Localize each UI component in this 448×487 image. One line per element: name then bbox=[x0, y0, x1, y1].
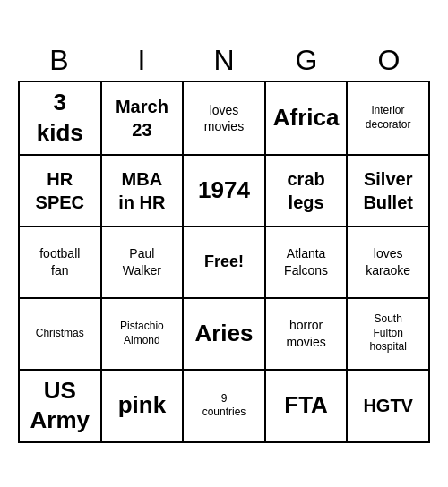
bingo-grid: 3 kidsMarch 23loves moviesAfricainterior… bbox=[18, 81, 430, 443]
bingo-cell: 9 countries bbox=[184, 371, 266, 444]
bingo-cell: loves movies bbox=[184, 82, 266, 156]
header-letter: G bbox=[267, 44, 346, 77]
header-letter: O bbox=[349, 44, 428, 77]
bingo-card: BINGO 3 kidsMarch 23loves moviesAfricain… bbox=[18, 44, 430, 443]
bingo-cell: HGTV bbox=[348, 371, 430, 444]
bingo-cell: MBA in HR bbox=[102, 156, 185, 227]
bingo-cell: football fan bbox=[20, 227, 102, 299]
bingo-cell: Aries bbox=[184, 299, 266, 371]
bingo-cell: interior decorator bbox=[348, 82, 430, 156]
bingo-cell: South Fulton hospital bbox=[348, 299, 430, 371]
bingo-cell: crab legs bbox=[266, 156, 349, 227]
bingo-cell: pink bbox=[102, 371, 185, 444]
bingo-cell: Pistachio Almond bbox=[102, 299, 185, 371]
bingo-cell: March 23 bbox=[102, 82, 185, 156]
header-letter: N bbox=[185, 44, 263, 77]
bingo-cell: loves karaoke bbox=[348, 227, 430, 299]
bingo-cell: horror movies bbox=[266, 299, 349, 371]
bingo-cell: 3 kids bbox=[20, 82, 102, 156]
bingo-cell: US Army bbox=[20, 371, 102, 444]
bingo-cell: Africa bbox=[266, 82, 349, 156]
bingo-cell: Silver Bullet bbox=[348, 156, 430, 227]
bingo-cell: FTA bbox=[266, 371, 349, 444]
bingo-cell: Christmas bbox=[20, 299, 102, 371]
bingo-header: BINGO bbox=[18, 44, 430, 77]
bingo-cell: 1974 bbox=[184, 156, 266, 227]
bingo-cell: Atlanta Falcons bbox=[266, 227, 349, 299]
bingo-cell: Free! bbox=[184, 227, 266, 299]
header-letter: B bbox=[20, 44, 99, 77]
bingo-cell: Paul Walker bbox=[102, 227, 185, 299]
header-letter: I bbox=[102, 44, 181, 77]
bingo-cell: HR SPEC bbox=[20, 156, 102, 227]
